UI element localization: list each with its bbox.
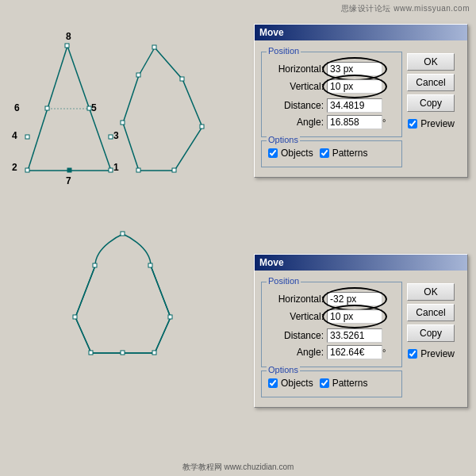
horizontal-label-2: Horizontal: <box>268 294 324 305</box>
horizontal-input-2[interactable] <box>327 292 382 306</box>
objects-label-1: Objects <box>281 148 313 159</box>
svg-rect-11 <box>67 168 71 172</box>
watermark: 思缘设计论坛 www.missyuan.com <box>341 3 470 14</box>
degree-symbol-1: ° <box>382 117 386 127</box>
shapes-svg: 8 6 5 4 3 2 1 7 <box>0 0 222 476</box>
cancel-button-2[interactable]: Cancel <box>407 304 455 321</box>
svg-rect-37 <box>121 351 125 355</box>
svg-line-20 <box>139 48 155 75</box>
patterns-label-2: Patterns <box>332 378 368 389</box>
objects-checkbox-2[interactable] <box>268 378 278 388</box>
svg-rect-35 <box>168 315 172 319</box>
preview-label-1: Preview <box>420 118 455 129</box>
svg-rect-38 <box>89 351 93 355</box>
position-group-2: Position Horizontal: Vertical: <box>261 282 402 367</box>
copy-button-2[interactable]: Copy <box>407 324 455 342</box>
svg-line-29 <box>75 317 91 353</box>
pentagon-bottom <box>73 232 172 355</box>
preview-checkbox-2[interactable] <box>408 349 417 359</box>
svg-rect-36 <box>152 351 156 355</box>
dialog-buttons-2: OK Cancel Copy Preview <box>402 278 461 401</box>
svg-text:7: 7 <box>66 175 71 186</box>
svg-rect-39 <box>73 315 77 319</box>
svg-rect-6 <box>109 168 113 172</box>
degree-symbol-2: ° <box>382 347 386 357</box>
svg-rect-5 <box>25 168 29 172</box>
vertical-label-2: Vertical: <box>268 311 324 322</box>
svg-line-32 <box>151 266 171 317</box>
svg-text:2: 2 <box>12 162 17 173</box>
bottom-watermark: 教学教程网 www.chuzidian.com <box>0 462 476 473</box>
position-label-1: Position <box>267 46 301 56</box>
dialog-move-2: Move Position Horizontal: Vertical: <box>254 254 468 408</box>
options-group-2: Options Objects Patterns <box>261 370 402 397</box>
objects-label-2: Objects <box>281 378 313 389</box>
position-label-2: Position <box>267 276 301 286</box>
triangle-shape: 8 6 5 4 3 2 1 7 <box>12 31 119 186</box>
svg-rect-27 <box>136 73 140 77</box>
dialog-title-2: Move <box>255 255 467 271</box>
svg-text:4: 4 <box>12 130 17 141</box>
angle-label-2: Angle: <box>268 347 324 358</box>
svg-text:5: 5 <box>91 102 97 113</box>
pentagon-top <box>121 45 204 172</box>
svg-rect-9 <box>25 135 29 139</box>
vertical-input-2[interactable] <box>327 309 382 324</box>
svg-text:1: 1 <box>113 162 119 173</box>
options-group-1: Options Objects Patterns <box>261 140 402 167</box>
objects-checkbox-1[interactable] <box>268 148 278 158</box>
svg-rect-10 <box>109 135 113 139</box>
horizontal-input-1[interactable] <box>327 62 382 76</box>
dialog-buttons-1: OK Cancel Copy Preview <box>402 48 461 171</box>
svg-text:8: 8 <box>66 31 71 42</box>
svg-rect-23 <box>200 125 204 129</box>
vertical-label-1: Vertical: <box>268 81 324 92</box>
patterns-checkbox-2[interactable] <box>320 378 329 388</box>
svg-text:6: 6 <box>14 102 20 113</box>
patterns-checkbox-1[interactable] <box>320 148 329 158</box>
angle-label-1: Angle: <box>268 117 324 128</box>
options-label-2: Options <box>267 365 300 374</box>
distance-input-2[interactable] <box>327 328 382 343</box>
svg-rect-34 <box>148 263 152 267</box>
canvas-area: 8 6 5 4 3 2 1 7 <box>0 0 222 476</box>
cancel-button-1[interactable]: Cancel <box>407 74 455 91</box>
distance-label-1: Distance: <box>268 100 324 111</box>
svg-rect-22 <box>180 77 184 81</box>
ok-button-1[interactable]: OK <box>407 53 455 71</box>
ok-button-2[interactable]: OK <box>407 283 455 301</box>
angle-input-2[interactable] <box>327 345 382 359</box>
svg-rect-4 <box>65 44 69 48</box>
patterns-label-1: Patterns <box>332 148 368 159</box>
options-label-1: Options <box>267 135 300 144</box>
copy-button-1[interactable]: Copy <box>407 94 455 112</box>
vertical-input-1[interactable] <box>327 79 382 94</box>
horizontal-label-1: Horizontal: <box>268 63 324 75</box>
dialog-move-1: Move Position Horizontal: Vertical: <box>254 24 468 178</box>
preview-checkbox-1[interactable] <box>408 119 417 129</box>
distance-input-1[interactable] <box>327 98 382 113</box>
distance-label-2: Distance: <box>268 330 324 341</box>
svg-rect-24 <box>172 168 176 172</box>
svg-rect-25 <box>136 168 140 172</box>
svg-rect-21 <box>152 45 156 49</box>
svg-rect-40 <box>93 263 97 267</box>
svg-rect-26 <box>121 121 125 125</box>
dialog-title-1: Move <box>255 25 467 40</box>
svg-line-28 <box>75 266 95 317</box>
svg-rect-33 <box>121 232 125 236</box>
svg-rect-7 <box>45 106 49 110</box>
preview-label-2: Preview <box>420 348 455 359</box>
svg-text:3: 3 <box>113 130 119 141</box>
angle-input-1[interactable] <box>327 115 382 129</box>
svg-line-31 <box>155 317 171 353</box>
position-group-1: Position Horizontal: Vertical: <box>261 52 402 137</box>
